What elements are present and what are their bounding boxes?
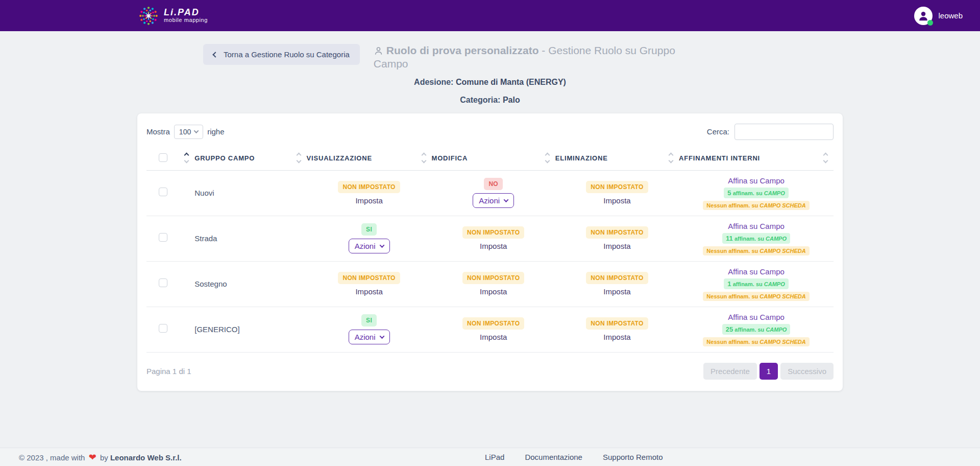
user-menu[interactable]: leoweb — [914, 7, 963, 25]
azioni-dropdown[interactable]: Azioni — [349, 330, 390, 344]
chevron-down-icon — [504, 197, 509, 202]
avatar — [914, 7, 933, 25]
sort-carets[interactable] — [297, 153, 301, 162]
table-body: NuoviNON IMPOSTATOImpostaNOAzioniNON IMP… — [146, 170, 834, 352]
campo-label: CAMPO — [766, 327, 787, 333]
back-button-label: Torna a Gestione Ruolo su Categoria — [224, 50, 350, 59]
footer-links: LiPad Documentazione Supporto Remoto — [485, 453, 663, 461]
sort-up-icon — [184, 153, 189, 158]
logo-subtitle: mobile mapping — [164, 17, 208, 24]
show-label: Mostra — [146, 127, 170, 136]
campo-scheda-badge: Nessun affinam. su CAMPO SCHEDA — [703, 337, 809, 346]
campo-scheda-label: CAMPO SCHEDA — [760, 339, 805, 345]
visualizzazione-cell: SIAzioni — [307, 307, 432, 352]
status-badge: NON IMPOSTATO — [586, 317, 648, 330]
copyright-by: by — [100, 453, 108, 462]
column-label: MODIFICA — [432, 154, 468, 162]
sort-up-icon — [669, 153, 674, 158]
affina-su-campo-link[interactable]: Affina su Campo — [728, 222, 785, 230]
app-logo[interactable]: Li.PAD mobile mapping — [138, 5, 208, 27]
column-label: AFFINAMENTI INTERNI — [679, 154, 760, 162]
imposta-link[interactable]: Imposta — [603, 196, 630, 205]
imposta-link[interactable]: Imposta — [603, 287, 630, 296]
azioni-dropdown[interactable]: Azioni — [473, 193, 514, 208]
previous-page-button[interactable]: Precedente — [703, 363, 757, 380]
table-footer: Pagina 1 di 1 Precedente 1 Successivo — [146, 353, 834, 380]
header-checkbox-cell — [146, 146, 194, 171]
imposta-link[interactable]: Imposta — [355, 287, 382, 296]
table-row: SostegnoNON IMPOSTATOImpostaNON IMPOSTAT… — [146, 261, 834, 307]
campo-scheda-badge: Nessun affinam. su CAMPO SCHEDA — [703, 246, 809, 255]
gruppo-campo-name: Sostegno — [194, 261, 306, 307]
sort-down-icon — [823, 158, 828, 164]
sort-carets[interactable] — [546, 153, 549, 162]
imposta-link[interactable]: Imposta — [603, 333, 630, 341]
row-checkbox[interactable] — [159, 233, 167, 242]
column-header-affinamenti-interni[interactable]: AFFINAMENTI INTERNI — [679, 146, 834, 171]
next-page-button[interactable]: Successivo — [780, 363, 834, 380]
eliminazione-cell: NON IMPOSTATOImposta — [555, 261, 679, 307]
modifica-cell: NON IMPOSTATOImposta — [432, 216, 555, 261]
row-checkbox[interactable] — [159, 188, 167, 196]
footer: © 2023 , made with ❤ by Leonardo Web S.r… — [0, 448, 980, 466]
visualizzazione-cell: SIAzioni — [307, 216, 432, 261]
campo-count-badge: 1 affinam. su CAMPO — [724, 278, 788, 289]
sort-down-icon — [184, 158, 189, 164]
page-size-select[interactable]: 100 — [174, 125, 203, 139]
modifica-cell: NON IMPOSTATOImposta — [432, 307, 555, 352]
column-header-gruppo-campo[interactable]: GRUPPO CAMPO — [194, 146, 306, 171]
sort-down-icon — [545, 158, 550, 164]
sort-carets[interactable] — [669, 153, 673, 162]
row-checkbox-cell — [146, 307, 194, 352]
modifica-cell: NON IMPOSTATOImposta — [432, 261, 555, 307]
categoria-label: Categoria: — [460, 96, 500, 104]
affina-su-campo-link[interactable]: Affina su Campo — [728, 176, 785, 185]
footer-link-documentazione[interactable]: Documentazione — [525, 453, 582, 461]
column-header-modifica[interactable]: MODIFICA — [432, 146, 555, 171]
table-controls: Mostra 100 righe Cerca: — [146, 124, 834, 140]
campo-scheda-badge: Nessun affinam. su CAMPO SCHEDA — [703, 201, 809, 210]
imposta-link[interactable]: Imposta — [480, 242, 507, 250]
imposta-link[interactable]: Imposta — [355, 196, 382, 205]
affina-su-campo-link[interactable]: Affina su Campo — [728, 267, 785, 276]
page-1-button[interactable]: 1 — [760, 363, 778, 380]
copyright-text: © 2023 , made with ❤ by Leonardo Web S.r… — [19, 452, 182, 463]
logo-text: Li.PAD mobile mapping — [164, 8, 208, 23]
sort-carets[interactable] — [422, 153, 426, 162]
column-header-eliminazione[interactable]: ELIMINAZIONE — [555, 146, 679, 171]
affinamenti-cell: Affina su Campo25 affinam. su CAMPONessu… — [679, 307, 834, 352]
column-label: ELIMINAZIONE — [555, 154, 608, 162]
adesione-line: Adesione: Comune di Manta (ENERGY) — [137, 76, 843, 89]
rows-label: righe — [207, 127, 224, 136]
heart-icon: ❤ — [89, 452, 96, 462]
visualizzazione-cell: NON IMPOSTATOImposta — [307, 261, 432, 307]
azioni-label: Azioni — [479, 196, 500, 205]
sort-carets[interactable] — [824, 153, 827, 162]
imposta-link[interactable]: Imposta — [603, 242, 630, 250]
column-label: GRUPPO CAMPO — [194, 154, 255, 162]
page-size-control: Mostra 100 righe — [146, 125, 225, 139]
sort-down-icon — [296, 158, 301, 164]
select-all-checkbox[interactable] — [159, 153, 167, 162]
search-input[interactable] — [734, 124, 834, 140]
back-button[interactable]: Torna a Gestione Ruolo su Categoria — [203, 44, 360, 65]
page-title: Ruolo di prova personalizzato - Gestione… — [374, 44, 710, 71]
status-badge: NON IMPOSTATO — [462, 272, 524, 284]
imposta-link[interactable]: Imposta — [480, 287, 507, 296]
imposta-link[interactable]: Imposta — [480, 333, 507, 341]
column-header-visualizzazione[interactable]: VISUALIZZAZIONE — [307, 146, 432, 171]
sort-carets[interactable] — [185, 153, 188, 162]
row-checkbox-cell — [146, 216, 194, 261]
adesione-value: Comune di Manta (ENERGY) — [456, 78, 566, 86]
visualizzazione-cell: NON IMPOSTATOImposta — [307, 170, 432, 216]
row-checkbox[interactable] — [159, 278, 167, 287]
gruppo-campo-name: Strada — [194, 216, 306, 261]
topbar: Li.PAD mobile mapping leoweb — [0, 0, 980, 31]
footer-link-lipad[interactable]: LiPad — [485, 453, 504, 461]
azioni-dropdown[interactable]: Azioni — [349, 239, 390, 253]
campo-count: 5 — [727, 189, 731, 197]
campo-label: CAMPO — [764, 190, 785, 196]
row-checkbox[interactable] — [159, 324, 167, 333]
footer-link-supporto-remoto[interactable]: Supporto Remoto — [603, 453, 663, 461]
affina-su-campo-link[interactable]: Affina su Campo — [728, 313, 785, 321]
